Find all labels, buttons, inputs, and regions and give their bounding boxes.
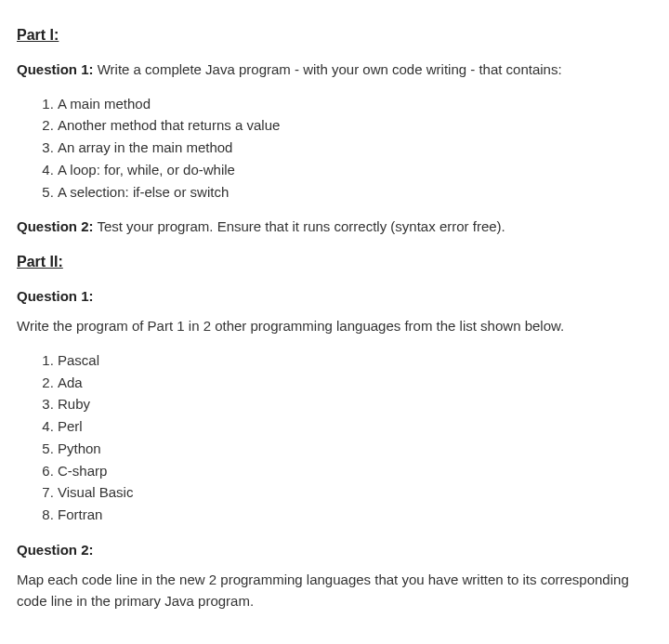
part1-q1-list: A main method Another method that return…	[17, 94, 652, 203]
list-item: Python	[58, 439, 652, 459]
list-item: A selection: if-else or switch	[58, 182, 652, 203]
list-item: Perl	[58, 416, 652, 437]
list-item: Fortran	[58, 505, 652, 525]
part2-q2-label: Question 2:	[17, 540, 652, 561]
part1-q1-text: Write a complete Java program - with you…	[94, 61, 562, 77]
list-item: A loop: for, while, or do-while	[58, 160, 652, 180]
part1-q1-label: Question 1:	[17, 61, 94, 77]
list-item: Ruby	[58, 394, 652, 414]
list-item: C-sharp	[58, 461, 652, 481]
part1-heading: Part I:	[17, 24, 652, 46]
part2-q1-list: Pascal Ada Ruby Perl Python C-sharp Visu…	[17, 350, 652, 525]
list-item: A main method	[58, 94, 652, 114]
part2-q2-text: Map each code line in the new 2 programm…	[17, 570, 652, 611]
list-item: Ada	[58, 373, 652, 393]
part2-heading: Part II:	[17, 251, 652, 273]
part1-question2-block: Question 2: Test your program. Ensure th…	[17, 217, 652, 238]
list-item: Another method that returns a value	[58, 115, 652, 136]
part2-q1-text: Write the program of Part 1 in 2 other p…	[17, 316, 652, 337]
part1-question1-block: Question 1: Write a complete Java progra…	[17, 59, 652, 81]
list-item: Visual Basic	[58, 482, 652, 503]
list-item: Pascal	[58, 350, 652, 371]
part1-q2-text: Test your program. Ensure that it runs c…	[94, 218, 505, 234]
part1-q2-label: Question 2:	[17, 218, 94, 234]
list-item: An array in the main method	[58, 138, 652, 158]
part2-q1-label: Question 1:	[17, 286, 652, 308]
